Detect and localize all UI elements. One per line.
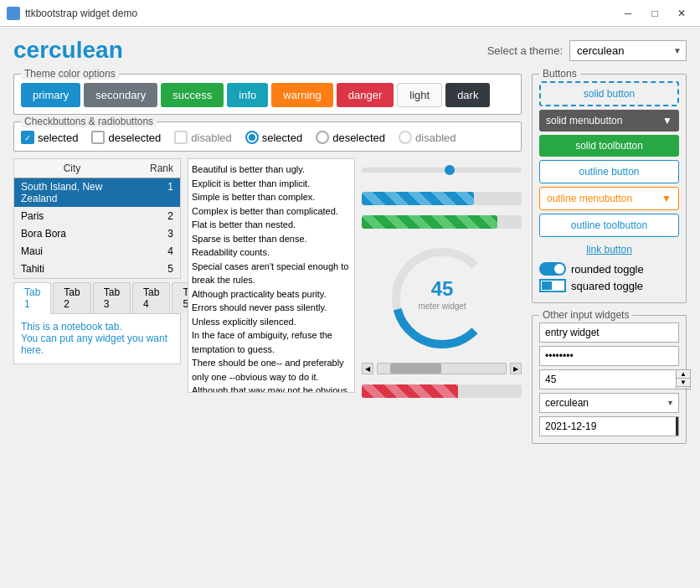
- tab-1[interactable]: Tab 1: [13, 282, 51, 314]
- rounded-toggle[interactable]: [539, 262, 566, 276]
- color-btn-danger[interactable]: danger: [337, 83, 394, 107]
- dropdown-wrapper: cerculean flatly darkly ▼: [539, 393, 679, 413]
- buttons-group-title: Buttons: [539, 68, 580, 80]
- list-item[interactable]: South Island, New Zealand 1: [14, 178, 180, 208]
- outline-toolbutton[interactable]: outline toolbutton: [539, 214, 679, 237]
- checkbox-selected-label: selected: [38, 132, 78, 144]
- theme-select-wrapper: cerculeanflatlydarklysolarsuperhero: [569, 40, 687, 61]
- minimize-button[interactable]: ─: [616, 5, 640, 22]
- theme-colors-title: Theme color options: [21, 68, 119, 80]
- link-button[interactable]: link button: [539, 240, 679, 259]
- password-field[interactable]: [539, 346, 679, 366]
- other-inputs-title: Other input widgets: [539, 309, 632, 321]
- tab-content-line1: This is a notebook tab.: [21, 321, 173, 333]
- tab-3[interactable]: Tab 3: [93, 282, 131, 313]
- checkradio-title: Checkbuttons & radiobuttons: [21, 116, 157, 127]
- list-item[interactable]: Maui 4: [14, 243, 180, 260]
- titlebar-left: ttkbootstrap widget demo: [7, 7, 137, 20]
- list-body: South Island, New Zealand 1 Paris 2 Bora…: [13, 178, 181, 279]
- city-name: Bora Bora: [21, 228, 131, 240]
- spinbox-up[interactable]: ▲: [677, 370, 690, 379]
- solid-menubutton[interactable]: solid menubutton ▼: [539, 110, 679, 132]
- scroll-right-btn[interactable]: ▶: [510, 363, 522, 374]
- svg-text:45: 45: [430, 277, 453, 300]
- app-icon: [7, 7, 20, 20]
- scale-track: [362, 168, 522, 173]
- color-btn-primary[interactable]: primary: [21, 83, 80, 107]
- color-btn-secondary[interactable]: secondary: [84, 83, 157, 107]
- tab-bar: Tab 1 Tab 2 Tab 3 Tab 4 Tab 5: [13, 282, 181, 314]
- tab-content-line2: You can put any widget you want here.: [21, 333, 173, 356]
- color-btn-dark[interactable]: dark: [445, 83, 490, 107]
- checkbox-selected-box[interactable]: [21, 131, 34, 144]
- checkbox-disabled-label: disabled: [191, 132, 231, 144]
- tab-2[interactable]: Tab 2: [53, 282, 90, 313]
- checkbox-deselected-label: deselected: [108, 132, 161, 144]
- titlebar-title: ttkbootstrap widget demo: [25, 8, 137, 19]
- checkbox-selected[interactable]: selected: [21, 131, 78, 144]
- radio-deselected[interactable]: deselected: [316, 131, 385, 144]
- other-inputs-group: Other input widgets ▲ ▼ cerculean flatly…: [532, 315, 687, 444]
- list-item[interactable]: Paris 2: [14, 208, 180, 225]
- titlebar: ttkbootstrap widget demo ─ □ ✕: [0, 0, 700, 27]
- squared-toggle[interactable]: [539, 279, 566, 292]
- color-btn-success[interactable]: success: [161, 83, 224, 107]
- close-button[interactable]: ✕: [670, 5, 693, 22]
- scale-thumb: [445, 165, 455, 175]
- checkbox-disabled-box: [174, 131, 188, 144]
- radio-selected-label: selected: [262, 132, 302, 144]
- city-name: Paris: [21, 210, 131, 222]
- outline-menubutton[interactable]: outline menubutton ▼: [539, 187, 679, 210]
- checkbox-deselected-box[interactable]: [91, 131, 105, 144]
- scrollbar-demo[interactable]: ◀ ▶: [362, 363, 522, 374]
- titlebar-controls: ─ □ ✕: [616, 5, 693, 22]
- scale-slider[interactable]: [362, 162, 522, 178]
- progress-bar-1: [362, 192, 522, 205]
- text-area-section: Beautiful is better than ugly. Explicit …: [188, 158, 355, 398]
- list-item[interactable]: Bora Bora 3: [14, 225, 180, 243]
- radio-disabled-btn: [399, 131, 412, 144]
- theme-label: Select a theme:: [487, 44, 563, 57]
- color-btn-warning[interactable]: warning: [271, 83, 333, 107]
- scales-section: 45 meter widget ◀ ▶: [362, 158, 522, 398]
- right-panel: Buttons solid button solid menubutton ▼ …: [532, 74, 687, 444]
- radio-deselected-btn[interactable]: [316, 131, 329, 144]
- toggle-square-inner: [542, 281, 552, 290]
- main-content: cerculean Select a theme: cerculeanflatl…: [0, 27, 700, 588]
- h-scrollbar[interactable]: [377, 363, 507, 374]
- tab-4[interactable]: Tab 4: [132, 282, 170, 313]
- menubutton-arrow: ▼: [662, 115, 672, 126]
- city-rank: 3: [131, 228, 173, 240]
- list-header: City Rank: [13, 158, 181, 178]
- date-input[interactable]: [540, 417, 676, 436]
- theme-select[interactable]: cerculeanflatlydarklysolarsuperhero: [569, 40, 687, 61]
- checkbox-disabled: disabled: [174, 131, 231, 144]
- spinbox-input[interactable]: [539, 369, 676, 389]
- progress-fill-2: [362, 215, 497, 229]
- theme-colors-group: Theme color options primary secondary su…: [13, 74, 522, 115]
- meter-display: 45 meter widget: [362, 244, 522, 353]
- outline-menubutton-arrow: ▼: [661, 193, 672, 204]
- entry-widget[interactable]: [539, 322, 679, 343]
- outline-button[interactable]: outline button: [539, 160, 679, 183]
- color-btn-light[interactable]: light: [397, 83, 442, 107]
- app-header: cerculean Select a theme: cerculeanflatl…: [13, 37, 687, 64]
- solid-toolbutton[interactable]: solid toolbutton: [539, 135, 679, 157]
- color-btn-info[interactable]: info: [227, 83, 268, 107]
- radio-disabled-label: disabled: [415, 132, 456, 144]
- color-buttons: primary secondary success info warning d…: [21, 83, 514, 107]
- dropdown-select[interactable]: cerculean flatly darkly: [539, 393, 679, 413]
- buttons-group: Buttons solid button solid menubutton ▼ …: [532, 74, 687, 303]
- svg-text:meter widget: meter widget: [418, 302, 466, 311]
- tab-content: This is a notebook tab. You can put any …: [13, 314, 181, 364]
- progress-fill-1: [362, 192, 474, 205]
- text-area[interactable]: Beautiful is better than ugly. Explicit …: [188, 158, 355, 393]
- spinbox-down[interactable]: ▼: [677, 379, 690, 387]
- maximize-button[interactable]: □: [643, 5, 667, 22]
- solid-button[interactable]: solid button: [539, 81, 679, 106]
- radio-selected-btn[interactable]: [245, 131, 259, 144]
- checkbox-deselected[interactable]: deselected: [91, 131, 161, 144]
- list-item[interactable]: Tahiti 5: [14, 260, 180, 278]
- radio-selected[interactable]: selected: [245, 131, 302, 144]
- scroll-left-btn[interactable]: ◀: [362, 363, 373, 374]
